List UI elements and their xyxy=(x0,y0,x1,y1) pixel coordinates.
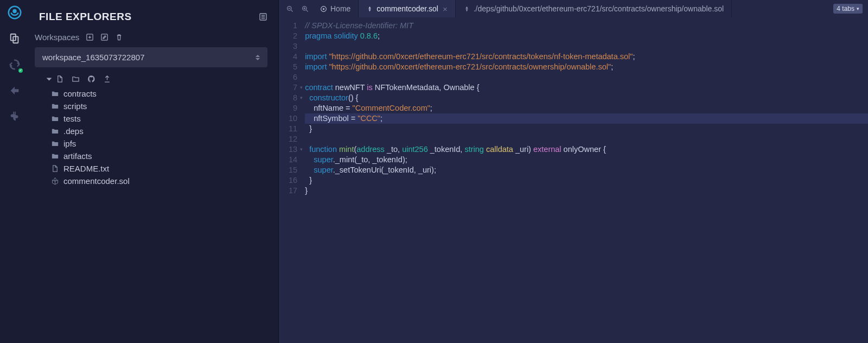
panel-menu-icon[interactable] xyxy=(259,12,267,21)
workspaces-row: Workspaces xyxy=(35,30,267,47)
deploy-icon[interactable] xyxy=(7,82,23,99)
tab-count-button[interactable]: 4 tabs xyxy=(833,4,863,14)
workspaces-label: Workspaces xyxy=(35,33,79,42)
close-icon[interactable]: × xyxy=(443,4,448,14)
tab-active[interactable]: commentcoder.sol × xyxy=(359,0,455,17)
plugin-icon[interactable] xyxy=(7,109,23,125)
tree-folder[interactable]: contracts xyxy=(51,87,267,100)
editor-area: Home commentcoder.sol × ./deps/github/0x… xyxy=(279,0,868,343)
github-icon[interactable] xyxy=(87,75,95,83)
tab-home[interactable]: Home xyxy=(312,0,359,17)
svg-point-1 xyxy=(14,10,16,12)
svg-point-13 xyxy=(323,8,324,9)
app-logo xyxy=(7,4,23,21)
add-workspace-icon[interactable] xyxy=(86,33,94,41)
rename-workspace-icon[interactable] xyxy=(100,33,108,41)
solidity-icon xyxy=(366,5,373,12)
svg-rect-5 xyxy=(261,15,265,16)
file-explorer-icon[interactable] xyxy=(7,30,23,47)
new-file-icon[interactable] xyxy=(56,75,64,83)
file-explorer-panel: FILE EXPLORERS Workspaces workspace_1635… xyxy=(29,0,279,343)
tree-file[interactable]: commentcoder.sol xyxy=(51,175,267,187)
file-tree: contracts scripts tests .deps ipfs artif… xyxy=(35,87,267,187)
tab-home-label: Home xyxy=(330,4,350,13)
tree-folder[interactable]: scripts xyxy=(51,100,267,112)
tree-folder[interactable]: artifacts xyxy=(51,150,267,162)
icon-sidebar xyxy=(0,0,29,343)
compiler-icon[interactable] xyxy=(7,56,23,73)
upload-icon[interactable] xyxy=(103,75,111,83)
panel-title: FILE EXPLORERS xyxy=(39,11,132,23)
code-body[interactable]: // SPDX-License-Identifier: MIT pragma s… xyxy=(305,21,868,343)
delete-workspace-icon[interactable] xyxy=(115,33,123,41)
tab-active-label: commentcoder.sol xyxy=(376,4,438,13)
code-editor[interactable]: 123456 789101112 1314151617 // SPDX-Lice… xyxy=(279,17,868,343)
tab-bar: Home commentcoder.sol × ./deps/github/0x… xyxy=(279,0,868,17)
tree-toolbar xyxy=(35,73,267,87)
svg-rect-7 xyxy=(261,18,265,18)
zoom-out-icon[interactable] xyxy=(282,5,297,13)
tree-folder[interactable]: ipfs xyxy=(51,137,267,150)
solidity-icon xyxy=(463,5,470,12)
home-icon xyxy=(320,5,327,12)
tree-file[interactable]: README.txt xyxy=(51,162,267,175)
tab-other[interactable]: ./deps/github/0xcert/ethereum-erc721/src… xyxy=(456,0,732,17)
gutter: 123456 789101112 1314151617 xyxy=(279,21,305,343)
tab-other-label: ./deps/github/0xcert/ethereum-erc721/src… xyxy=(474,4,724,13)
select-sort-icon xyxy=(256,55,260,60)
zoom-in-icon[interactable] xyxy=(297,5,312,13)
new-folder-icon[interactable] xyxy=(72,75,80,83)
workspace-select[interactable]: workspace_1635073722807 xyxy=(35,47,267,67)
workspace-selected: workspace_1635073722807 xyxy=(42,53,145,62)
svg-rect-6 xyxy=(261,16,265,17)
tree-caret-icon[interactable] xyxy=(47,78,52,80)
svg-rect-9 xyxy=(101,34,107,40)
tree-folder[interactable]: .deps xyxy=(51,125,267,137)
tree-folder[interactable]: tests xyxy=(51,112,267,125)
